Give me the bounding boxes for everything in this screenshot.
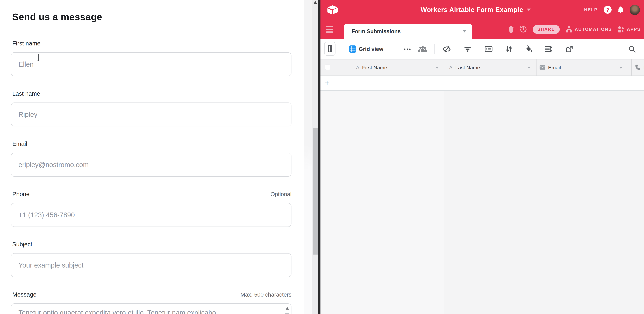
toolbar-divider bbox=[434, 44, 435, 54]
group-button[interactable] bbox=[484, 39, 492, 59]
help-button[interactable]: HELP bbox=[584, 7, 598, 12]
email-label: Email bbox=[12, 140, 27, 148]
view-toolbar: Grid view bbox=[320, 39, 644, 59]
tab-form-submissions[interactable]: Form Submissions bbox=[344, 24, 472, 39]
automations-icon bbox=[566, 26, 572, 33]
column-divider[interactable] bbox=[631, 60, 632, 76]
column-menu-caret-icon[interactable] bbox=[619, 67, 622, 69]
table-tab-label: Form Submissions bbox=[352, 28, 401, 35]
column-header-first-name[interactable]: A First Name bbox=[356, 60, 387, 76]
grid-view-icon[interactable] bbox=[349, 46, 356, 53]
collaborators-icon[interactable] bbox=[418, 46, 427, 53]
message-placeholder-text: Tenetur optio quaerat expedita vero et i… bbox=[18, 309, 281, 314]
airtable-topbar: Workers Airtable Form Example HELP ? bbox=[320, 0, 644, 20]
subject-input[interactable] bbox=[11, 253, 292, 277]
history-icon[interactable] bbox=[520, 26, 527, 33]
page-gutter bbox=[304, 0, 312, 314]
color-button[interactable] bbox=[525, 39, 532, 59]
sidebar-menu-icon[interactable] bbox=[326, 26, 333, 33]
window-divider bbox=[318, 0, 320, 314]
last-name-input[interactable] bbox=[11, 103, 292, 126]
sort-button[interactable] bbox=[506, 39, 512, 59]
airtable-logo-icon[interactable] bbox=[327, 5, 338, 14]
page-scrollbar-thumb[interactable] bbox=[312, 128, 318, 254]
contact-form-pane: Send us a message First name Last name E… bbox=[0, 0, 318, 314]
view-options-ellipsis-icon[interactable] bbox=[404, 39, 410, 59]
column-menu-caret-icon[interactable] bbox=[436, 67, 439, 69]
column-header-last-name[interactable]: A Last Name bbox=[449, 60, 480, 76]
email-field-type-icon bbox=[540, 65, 545, 70]
trash-icon[interactable] bbox=[508, 26, 514, 33]
phone-optional-note: Optional bbox=[270, 191, 292, 197]
form-heading: Send us a message bbox=[12, 12, 102, 23]
phone-input[interactable] bbox=[11, 203, 292, 227]
search-icon[interactable] bbox=[629, 39, 636, 59]
add-row-plus-button[interactable]: + bbox=[325, 76, 329, 90]
message-textarea[interactable]: Tenetur optio quaerat expedita vero et i… bbox=[11, 303, 292, 314]
view-name-button[interactable]: Grid view bbox=[359, 39, 383, 59]
frozen-column-area bbox=[320, 91, 444, 314]
add-row-row[interactable]: + bbox=[320, 76, 644, 91]
text-field-type-icon: A bbox=[449, 65, 452, 70]
apps-icon bbox=[618, 26, 624, 33]
page-scroll-up-arrow-icon[interactable] bbox=[314, 1, 317, 4]
table-tab-caret-icon[interactable] bbox=[463, 31, 466, 33]
base-title[interactable]: Workers Airtable Form Example bbox=[421, 6, 523, 14]
view-sidebar-toggle-button[interactable] bbox=[324, 42, 336, 56]
first-name-label: First name bbox=[12, 40, 40, 47]
message-maxchars-note: Max. 500 characters bbox=[240, 291, 292, 298]
column-divider[interactable] bbox=[536, 60, 537, 76]
textarea-scrollbar-thumb[interactable] bbox=[285, 313, 290, 314]
help-question-icon[interactable]: ? bbox=[604, 6, 612, 14]
phone-label: Phone bbox=[12, 191, 30, 198]
apps-label: APPS bbox=[627, 27, 640, 32]
scroll-up-arrow-icon[interactable] bbox=[286, 307, 289, 309]
subject-label: Subject bbox=[12, 241, 32, 248]
phone-field-type-icon bbox=[635, 65, 640, 70]
user-avatar[interactable] bbox=[630, 5, 640, 15]
message-label: Message bbox=[12, 291, 36, 298]
text-field-type-icon: A bbox=[356, 65, 359, 70]
filter-button[interactable] bbox=[464, 39, 471, 59]
column-header-phone[interactable]: Phone bbox=[635, 60, 644, 76]
base-title-caret-icon[interactable] bbox=[526, 9, 531, 11]
screen: Send us a message First name Last name E… bbox=[0, 0, 644, 314]
text-cursor-icon bbox=[37, 54, 40, 61]
first-name-input[interactable] bbox=[11, 52, 292, 76]
automations-label: AUTOMATIONS bbox=[575, 27, 612, 32]
notifications-bell-icon[interactable] bbox=[618, 7, 624, 13]
grid-empty-canvas bbox=[320, 91, 644, 314]
email-input[interactable] bbox=[11, 153, 292, 177]
hide-fields-button[interactable] bbox=[443, 39, 451, 59]
column-header-email[interactable]: Email bbox=[540, 60, 561, 76]
last-name-label: Last name bbox=[12, 90, 40, 97]
automations-button[interactable]: AUTOMATIONS bbox=[566, 26, 612, 33]
row-height-button[interactable] bbox=[545, 39, 552, 59]
apps-button[interactable]: APPS bbox=[618, 26, 640, 33]
base-title-wrap[interactable]: Workers Airtable Form Example bbox=[421, 0, 531, 20]
grid-header-row: A First Name A Last Name Email bbox=[320, 59, 644, 76]
share-view-button[interactable] bbox=[566, 39, 573, 59]
sidebar-toggle-icon bbox=[328, 45, 332, 52]
select-all-checkbox[interactable] bbox=[325, 65, 330, 70]
column-menu-caret-icon[interactable] bbox=[527, 67, 531, 69]
column-divider[interactable] bbox=[444, 60, 444, 76]
share-button[interactable]: SHARE bbox=[533, 25, 560, 34]
airtable-pane: Workers Airtable Form Example HELP ? For… bbox=[320, 0, 644, 314]
textarea-scrollbar[interactable] bbox=[285, 305, 290, 314]
column-divider bbox=[444, 76, 444, 90]
